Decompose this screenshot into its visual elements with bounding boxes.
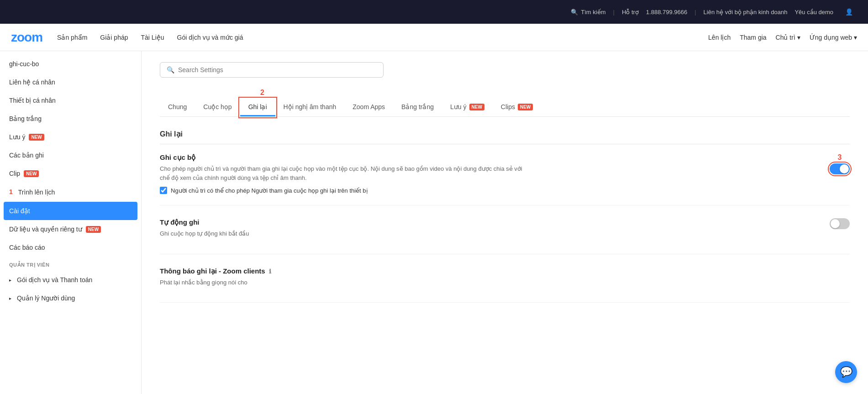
sidebar-label-thiet-bi: Thiết bị cá nhân [9, 97, 56, 104]
setting-title-ghi-cuc-bo: Ghi cục bộ [160, 153, 525, 162]
tab-cuoc-hop-label: Cuộc họp [203, 103, 231, 110]
chat-icon: 💬 [840, 366, 852, 378]
divider-1: | [613, 9, 614, 16]
sidebar-label-luu-y: Lưu ý [9, 133, 25, 141]
sidebar-item-clip[interactable]: Clip NEW [0, 164, 141, 183]
nav-giai-phap[interactable]: Giải pháp [100, 34, 128, 41]
tabs: Chung Cuộc họp Ghi lại Hội nghị âm thanh… [160, 99, 850, 117]
sidebar-item-lien-he[interactable]: Liên hệ cá nhân [0, 73, 141, 91]
avatar[interactable]: 👤 [841, 4, 857, 20]
search-box[interactable]: 🔍 [160, 62, 384, 78]
toggle-tu-dong-ghi[interactable] [830, 218, 850, 229]
tab-chung[interactable]: Chung [160, 99, 195, 116]
arrow-icon-2: ▸ [9, 296, 11, 301]
sidebar-item-hoi-thao[interactable]: ghi-cuc-bo [0, 55, 141, 73]
setting-row-ghi-cuc-bo: Ghi cục bộ Cho phép người chủ trì và ngư… [160, 153, 850, 205]
nav-bar: zoom Sản phẩm Giải pháp Tài Liệu Gói dịc… [0, 24, 868, 51]
badge-new-du-lieu: NEW [86, 226, 101, 233]
setting-title-tu-dong-ghi: Tự động ghi [160, 218, 525, 226]
badge-new-luu-y: NEW [29, 134, 44, 141]
sidebar-label-goi: Gói dịch vụ và Thanh toán [17, 276, 92, 284]
setting-desc-thong-bao: Phát lại nhắc bằng giọng nói cho [160, 278, 525, 287]
sidebar-label-cac-ban-ghi: Các bản ghi [9, 152, 44, 159]
nav-tham-gia[interactable]: Tham gia [740, 34, 766, 41]
sidebar-label-du-lieu: Dữ liệu và quyền riêng tư [9, 226, 82, 233]
checkbox-ghi-cuc-bo[interactable] [160, 187, 167, 194]
checkbox-label-ghi-cuc-bo: Người chủ trì có thể cho phép Người tham… [171, 187, 368, 194]
badge-new-tab-clips: NEW [518, 104, 533, 110]
tab-clips-label: Clips [501, 103, 515, 110]
toggle-thumb-tu-dong-ghi [831, 219, 840, 228]
tab-luu-y-label: Lưu ý [450, 103, 466, 110]
tab-chung-label: Chung [168, 103, 187, 110]
annotation-1: 1 [9, 188, 13, 195]
tab-zoom-apps-label: Zoom Apps [352, 103, 385, 110]
sidebar-label-cai-dat: Cài đặt [9, 207, 30, 215]
arrow-icon: ▸ [9, 278, 11, 283]
badge-new-tab-luu-y: NEW [469, 104, 484, 110]
tab-hoi-nghi-label: Hội nghị âm thanh [284, 103, 337, 110]
nav-links: Sản phẩm Giải pháp Tài Liệu Gói dịch vụ … [57, 34, 694, 41]
setting-row-tu-dong-ghi: Tự động ghi Ghi cuộc họp tự động khi bắt… [160, 218, 850, 254]
setting-info-thong-bao: Thông báo ghi lại - Zoom clients ℹ Phát … [160, 267, 525, 292]
setting-control-ghi-cuc-bo: 3 [822, 153, 850, 174]
top-search-label[interactable]: Tìm kiếm [581, 9, 605, 16]
nav-goi-dich-vu[interactable]: Gói dịch vụ và mức giá [177, 34, 243, 41]
support-link[interactable]: Hỗ trợ [622, 9, 639, 16]
sidebar-label-quan-ly: Quản lý Người dùng [17, 294, 75, 302]
tab-luu-y[interactable]: Lưu ý NEW [442, 99, 493, 116]
search-input[interactable] [178, 66, 377, 74]
setting-control-tu-dong-ghi [822, 218, 850, 229]
sidebar: ghi-cuc-bo Liên hệ cá nhân Thiết bị cá n… [0, 51, 142, 394]
sidebar-item-goi-dich-vu[interactable]: ▸ Gói dịch vụ và Thanh toán [0, 271, 141, 289]
avatar-icon: 👤 [845, 8, 853, 16]
nav-chu-tri[interactable]: Chủ trì ▾ [776, 34, 800, 41]
sidebar-item-thiet-bi[interactable]: Thiết bị cá nhân [0, 91, 141, 110]
top-bar: 🔍 Tìm kiếm | Hỗ trợ 1.888.799.9666 | Liê… [0, 0, 868, 24]
tab-hoi-nghi[interactable]: Hội nghị âm thanh [275, 99, 345, 116]
tab-cuoc-hop[interactable]: Cuộc họp [195, 99, 240, 116]
setting-info-ghi-cuc-bo: Ghi cục bộ Cho phép người chủ trì và ngư… [160, 153, 525, 194]
badge-new-clip: NEW [24, 170, 39, 177]
sidebar-label: ghi-cuc-bo [9, 60, 39, 68]
sidebar-item-trinh-len-lich[interactable]: 1 Trình lên lịch [0, 183, 141, 202]
sidebar-item-cac-ban-ghi[interactable]: Các bản ghi [0, 146, 141, 164]
nav-right: Lên lịch Tham gia Chủ trì ▾ Ứng dụng web… [708, 34, 857, 41]
sidebar-label-bao-cao: Các báo cáo [9, 244, 45, 251]
zoom-logo[interactable]: zoom [11, 30, 42, 45]
sidebar-item-bao-cao[interactable]: Các báo cáo [0, 238, 141, 257]
info-icon-thong-bao[interactable]: ℹ [269, 268, 271, 275]
sidebar-item-quan-ly[interactable]: ▸ Quản lý Người dùng [0, 289, 141, 307]
contact-link[interactable]: Liên hệ với bộ phận kinh doanh [704, 9, 788, 16]
nav-len-lich[interactable]: Lên lịch [708, 34, 731, 41]
demo-link[interactable]: Yêu cầu demo [794, 9, 833, 16]
sidebar-item-du-lieu[interactable]: Dữ liệu và quyền riêng tư NEW [0, 220, 141, 238]
section-heading: Ghi lại [160, 130, 850, 144]
search-icon: 🔍 [571, 9, 578, 16]
tab-bang-trang[interactable]: Bảng trắng [393, 99, 442, 116]
setting-row-thong-bao: Thông báo ghi lại - Zoom clients ℹ Phát … [160, 267, 850, 303]
tab-clips[interactable]: Clips NEW [493, 99, 541, 116]
chat-bubble[interactable]: 💬 [835, 361, 857, 383]
checkbox-row-ghi-cuc-bo[interactable]: Người chủ trì có thể cho phép Người tham… [160, 187, 525, 194]
sidebar-label-bang-trang: Bảng trắng [9, 115, 42, 122]
nav-ung-dung-web[interactable]: Ứng dụng web ▾ [810, 34, 857, 41]
admin-section-label: QUẢN TRỊ VIÊN [0, 257, 141, 271]
annotation-2: 2 [260, 89, 850, 97]
sidebar-item-bang-trang[interactable]: Bảng trắng [0, 110, 141, 128]
nav-san-pham[interactable]: Sản phẩm [57, 34, 87, 41]
tab-bang-trang-label: Bảng trắng [401, 103, 434, 110]
nav-tai-lieu[interactable]: Tài Liệu [141, 34, 164, 41]
sidebar-item-luu-y[interactable]: Lưu ý NEW [0, 128, 141, 146]
sidebar-item-cai-dat[interactable]: Cài đặt [4, 202, 137, 220]
main-layout: ghi-cuc-bo Liên hệ cá nhân Thiết bị cá n… [0, 51, 868, 394]
sidebar-label-clip: Clip [9, 170, 20, 177]
top-bar-search-area[interactable]: 🔍 Tìm kiếm [571, 9, 605, 16]
toggle-ghi-cuc-bo[interactable] [830, 163, 850, 174]
tab-zoom-apps[interactable]: Zoom Apps [344, 99, 393, 116]
search-icon: 🔍 [167, 66, 174, 74]
phone-number[interactable]: 1.888.799.9666 [646, 9, 687, 16]
content-area: 🔍 2 Chung Cuộc họp Ghi lại Hội nghị âm t… [142, 51, 868, 394]
setting-title-thong-bao: Thông báo ghi lại - Zoom clients ℹ [160, 267, 525, 275]
tab-ghi-lai[interactable]: Ghi lại [240, 99, 275, 116]
